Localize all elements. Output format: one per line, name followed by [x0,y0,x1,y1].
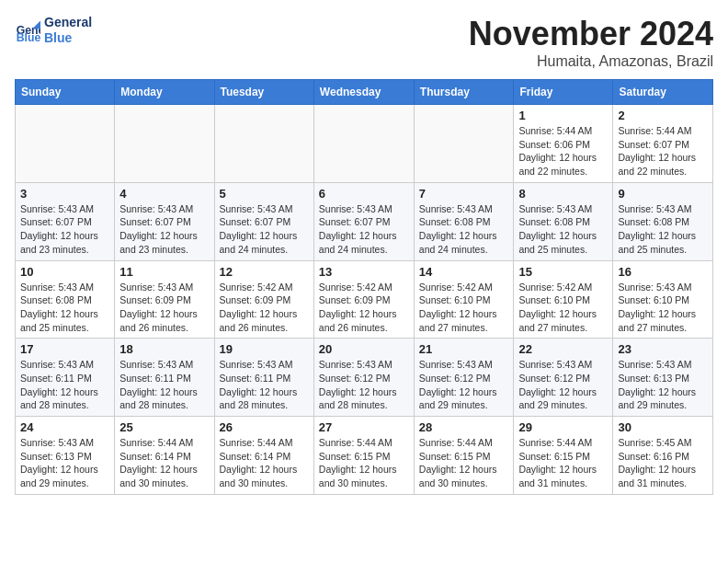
header-friday: Friday [514,80,613,105]
calendar-cell [414,105,514,183]
header-sunday: Sunday [16,80,115,105]
day-info: Sunrise: 5:44 AM Sunset: 6:06 PM Dayligh… [518,124,608,178]
day-number: 25 [119,420,209,434]
day-number: 16 [618,265,708,279]
month-title: November 2024 [469,15,713,53]
calendar-cell [115,105,214,183]
day-number: 29 [518,420,608,434]
calendar-cell: 10Sunrise: 5:43 AM Sunset: 6:08 PM Dayli… [16,260,115,339]
day-info: Sunrise: 5:43 AM Sunset: 6:08 PM Dayligh… [518,202,608,257]
day-info: Sunrise: 5:43 AM Sunset: 6:12 PM Dayligh… [518,358,608,412]
day-number: 9 [618,187,708,201]
day-number: 18 [119,342,209,356]
calendar-table: SundayMondayTuesdayWednesdayThursdayFrid… [15,79,713,495]
logo: General Blue General Blue [15,15,92,46]
day-number: 11 [119,265,209,279]
header-row: SundayMondayTuesdayWednesdayThursdayFrid… [16,80,713,105]
calendar-cell: 7Sunrise: 5:43 AM Sunset: 6:08 PM Daylig… [414,182,514,260]
day-info: Sunrise: 5:43 AM Sunset: 6:09 PM Dayligh… [119,281,209,335]
day-number: 12 [220,265,309,279]
week-row-5: 24Sunrise: 5:43 AM Sunset: 6:13 PM Dayli… [16,417,713,495]
day-info: Sunrise: 5:43 AM Sunset: 6:11 PM Dayligh… [119,358,209,412]
day-number: 22 [518,342,608,356]
day-number: 4 [119,187,209,201]
day-number: 3 [20,187,109,201]
calendar-cell: 26Sunrise: 5:44 AM Sunset: 6:14 PM Dayli… [214,417,313,495]
day-number: 20 [319,342,409,356]
day-info: Sunrise: 5:44 AM Sunset: 6:15 PM Dayligh… [518,436,608,490]
calendar-cell [313,105,414,183]
day-info: Sunrise: 5:43 AM Sunset: 6:12 PM Dayligh… [319,358,409,412]
calendar-cell [16,105,115,183]
day-info: Sunrise: 5:43 AM Sunset: 6:12 PM Dayligh… [419,358,509,412]
calendar-body: 1Sunrise: 5:44 AM Sunset: 6:06 PM Daylig… [16,105,713,495]
calendar-cell: 19Sunrise: 5:43 AM Sunset: 6:11 PM Dayli… [214,339,313,417]
calendar-cell: 16Sunrise: 5:43 AM Sunset: 6:10 PM Dayli… [613,260,713,339]
day-info: Sunrise: 5:42 AM Sunset: 6:10 PM Dayligh… [419,281,509,335]
header: General Blue General Blue November 2024 … [15,15,713,70]
calendar-cell: 5Sunrise: 5:43 AM Sunset: 6:07 PM Daylig… [214,182,313,260]
week-row-1: 1Sunrise: 5:44 AM Sunset: 6:06 PM Daylig… [16,105,713,183]
day-number: 28 [419,420,509,434]
calendar-cell: 25Sunrise: 5:44 AM Sunset: 6:14 PM Dayli… [115,417,214,495]
day-number: 1 [518,109,608,122]
logo-line2: Blue [44,30,72,45]
day-number: 6 [319,187,409,201]
calendar-cell: 13Sunrise: 5:42 AM Sunset: 6:09 PM Dayli… [313,260,414,339]
calendar-cell: 28Sunrise: 5:44 AM Sunset: 6:15 PM Dayli… [414,417,514,495]
day-number: 19 [220,342,309,356]
day-info: Sunrise: 5:43 AM Sunset: 6:07 PM Dayligh… [319,202,409,257]
calendar-cell: 3Sunrise: 5:43 AM Sunset: 6:07 PM Daylig… [16,182,115,260]
day-number: 21 [419,342,509,356]
day-number: 27 [319,420,409,434]
logo-line1: General [44,15,92,29]
day-info: Sunrise: 5:44 AM Sunset: 6:14 PM Dayligh… [220,436,309,490]
calendar-cell: 22Sunrise: 5:43 AM Sunset: 6:12 PM Dayli… [514,339,613,417]
calendar-cell: 24Sunrise: 5:43 AM Sunset: 6:13 PM Dayli… [16,417,115,495]
calendar-cell: 15Sunrise: 5:42 AM Sunset: 6:10 PM Dayli… [514,260,613,339]
calendar-cell: 8Sunrise: 5:43 AM Sunset: 6:08 PM Daylig… [514,182,613,260]
day-number: 23 [618,342,708,356]
week-row-3: 10Sunrise: 5:43 AM Sunset: 6:08 PM Dayli… [16,260,713,339]
calendar-cell: 12Sunrise: 5:42 AM Sunset: 6:09 PM Dayli… [214,260,313,339]
day-info: Sunrise: 5:43 AM Sunset: 6:07 PM Dayligh… [20,202,109,257]
week-row-4: 17Sunrise: 5:43 AM Sunset: 6:11 PM Dayli… [16,339,713,417]
day-info: Sunrise: 5:42 AM Sunset: 6:09 PM Dayligh… [220,281,309,335]
week-row-2: 3Sunrise: 5:43 AM Sunset: 6:07 PM Daylig… [16,182,713,260]
day-info: Sunrise: 5:44 AM Sunset: 6:15 PM Dayligh… [319,436,409,490]
calendar-cell: 27Sunrise: 5:44 AM Sunset: 6:15 PM Dayli… [313,417,414,495]
day-info: Sunrise: 5:45 AM Sunset: 6:16 PM Dayligh… [618,436,708,490]
svg-text:Blue: Blue [17,31,40,43]
day-number: 26 [220,420,309,434]
day-info: Sunrise: 5:44 AM Sunset: 6:07 PM Dayligh… [618,124,708,178]
header-thursday: Thursday [414,80,514,105]
calendar-header: SundayMondayTuesdayWednesdayThursdayFrid… [16,80,713,105]
calendar-cell: 6Sunrise: 5:43 AM Sunset: 6:07 PM Daylig… [313,182,414,260]
day-number: 13 [319,265,409,279]
calendar-cell: 11Sunrise: 5:43 AM Sunset: 6:09 PM Dayli… [115,260,214,339]
day-number: 17 [20,342,109,356]
day-info: Sunrise: 5:43 AM Sunset: 6:07 PM Dayligh… [220,202,309,257]
day-info: Sunrise: 5:43 AM Sunset: 6:11 PM Dayligh… [20,358,109,412]
calendar-cell: 20Sunrise: 5:43 AM Sunset: 6:12 PM Dayli… [313,339,414,417]
day-number: 14 [419,265,509,279]
day-info: Sunrise: 5:43 AM Sunset: 6:10 PM Dayligh… [618,281,708,335]
logo-icon: General Blue [15,17,40,43]
day-number: 7 [419,187,509,201]
calendar-cell: 17Sunrise: 5:43 AM Sunset: 6:11 PM Dayli… [16,339,115,417]
day-number: 2 [618,109,708,122]
calendar-cell: 29Sunrise: 5:44 AM Sunset: 6:15 PM Dayli… [514,417,613,495]
calendar-cell: 23Sunrise: 5:43 AM Sunset: 6:13 PM Dayli… [613,339,713,417]
header-tuesday: Tuesday [214,80,313,105]
header-monday: Monday [115,80,214,105]
day-info: Sunrise: 5:43 AM Sunset: 6:13 PM Dayligh… [20,436,109,490]
day-number: 15 [518,265,608,279]
day-info: Sunrise: 5:43 AM Sunset: 6:07 PM Dayligh… [119,202,209,257]
calendar-cell: 14Sunrise: 5:42 AM Sunset: 6:10 PM Dayli… [414,260,514,339]
day-info: Sunrise: 5:44 AM Sunset: 6:14 PM Dayligh… [119,436,209,490]
day-number: 10 [20,265,109,279]
calendar-cell: 1Sunrise: 5:44 AM Sunset: 6:06 PM Daylig… [514,105,613,183]
calendar-cell: 2Sunrise: 5:44 AM Sunset: 6:07 PM Daylig… [613,105,713,183]
day-info: Sunrise: 5:43 AM Sunset: 6:08 PM Dayligh… [20,281,109,335]
day-number: 8 [518,187,608,201]
